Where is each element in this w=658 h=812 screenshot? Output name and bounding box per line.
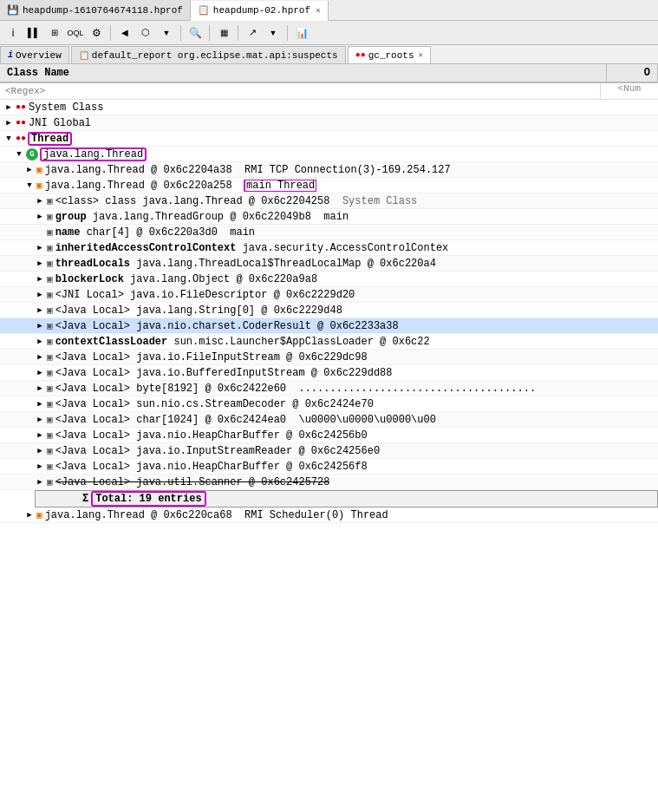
expander-jni-global[interactable]: ▶	[3, 118, 14, 128]
expander-java-local-stream[interactable]: ▶	[35, 399, 45, 409]
label-thread-rmi-scheduler: java.lang.Thread @ 0x6c220ca68 RMI Sched…	[45, 509, 388, 521]
expander-jni-local[interactable]: ▶	[35, 290, 45, 300]
tab-suspects[interactable]: 📋 default_report org.eclipse.mat.api:sus…	[71, 46, 346, 63]
btn-histogram[interactable]: ▌▌	[24, 23, 43, 43]
row-java-local-stream[interactable]: ▶ ▣ <Java Local> sun.nio.cs.StreamDecode…	[0, 396, 658, 412]
row-thread-main[interactable]: ▼ ▣ java.lang.Thread @ 0x6c220a258 main …	[0, 178, 658, 193]
row-java-local-scanner[interactable]: ▶ ▣ <Java Local> java.util.Scanner @ 0x6…	[0, 475, 658, 490]
row-java-local-buffered[interactable]: ▶ ▣ <Java Local> java.io.BufferedInputSt…	[0, 365, 658, 381]
btn-export[interactable]: ↗	[243, 23, 262, 43]
sep4	[238, 25, 238, 41]
expander-java-local-heapchar2[interactable]: ▶	[35, 462, 45, 472]
row-jni-global[interactable]: ▶ ●● JNI Global	[0, 115, 658, 131]
row-jni-local[interactable]: ▶ ▣ <JNI Local> java.io.FileDescriptor @…	[0, 287, 658, 303]
label-java-local-fileinput: <Java Local> java.io.FileInputStream @ 0…	[55, 351, 368, 363]
btn-table-view[interactable]: ▦	[214, 23, 233, 43]
filter-row: <Num	[0, 83, 658, 100]
expander-thread[interactable]: ▼	[3, 134, 14, 144]
row-java-local-coder-name: ▶ ▣ <Java Local> java.nio.charset.CoderR…	[0, 319, 607, 333]
tab-heap1[interactable]: 💾 heapdump-1610764674118.hprof	[0, 0, 191, 20]
row-contextclassloader[interactable]: ▶ ▣ contextClassLoader sun.misc.Launcher…	[0, 334, 658, 350]
row-java-local-scanner-name: ▶ ▣ <Java Local> java.util.Scanner @ 0x6…	[0, 475, 607, 489]
expander-java-local-string[interactable]: ▶	[35, 305, 45, 316]
btn-search[interactable]: 🔍	[186, 23, 205, 43]
row-java-local-fileinput[interactable]: ▶ ▣ <Java Local> java.io.FileInputStream…	[0, 350, 658, 365]
tab-gcroots-close[interactable]: ✕	[419, 50, 423, 60]
row-group-name: ▶ ▣ group java.lang.ThreadGroup @ 0x6c22…	[0, 210, 607, 224]
row-system-class[interactable]: ▶ ●● System Class	[0, 100, 658, 115]
icon-thread-rmi-scheduler: ▣	[36, 509, 42, 521]
row-class-class-name: ▶ ▣ <class> class java.lang.Thread @ 0x6…	[0, 194, 607, 208]
btn-chart[interactable]: 📊	[292, 23, 311, 43]
expander-java-local-heapchar1[interactable]: ▶	[35, 430, 45, 441]
label-thread-rmi: java.lang.Thread @ 0x6c2204a38 RMI TCP C…	[45, 164, 451, 176]
btn-dominator[interactable]: ⊞	[45, 23, 64, 43]
icon-blockerlock: ▣	[47, 273, 53, 285]
row-java-local-string[interactable]: ▶ ▣ <Java Local> java.lang.String[0] @ 0…	[0, 303, 658, 318]
row-thread-rmi[interactable]: ▶ ▣ java.lang.Thread @ 0x6c2204a38 RMI T…	[0, 162, 658, 178]
tree-table[interactable]: Class Name O <Num ▶ ●● System Class	[0, 64, 658, 812]
tab-heap2-close[interactable]: ✕	[316, 5, 321, 16]
btn-dropdown1[interactable]: ▼	[157, 23, 176, 43]
expander-java-local-fileinput[interactable]: ▶	[35, 352, 45, 363]
row-java-local-char[interactable]: ▶ ▣ <Java Local> char[1024] @ 0x6c2424ea…	[0, 412, 658, 428]
expander-java-local-inputstream[interactable]: ▶	[35, 446, 45, 456]
row-inherited[interactable]: ▶ ▣ inheritedAccessControlContext java.s…	[0, 240, 658, 256]
row-blockerlock[interactable]: ▶ ▣ blockerLock java.lang.Object @ 0x6c2…	[0, 272, 658, 287]
row-thread-rmi-scheduler[interactable]: ▶ ▣ java.lang.Thread @ 0x6c220ca68 RMI S…	[0, 508, 658, 523]
icon-contextclassloader: ▣	[47, 336, 53, 347]
row-thread[interactable]: ▼ ●● Thread	[0, 131, 658, 147]
row-java-local-coder[interactable]: ▶ ▣ <Java Local> java.nio.charset.CoderR…	[0, 318, 658, 334]
filter-class-cell	[0, 83, 601, 99]
tab-overview[interactable]: i Overview	[0, 46, 69, 63]
row-group[interactable]: ▶ ▣ group java.lang.ThreadGroup @ 0x6c22…	[0, 209, 658, 225]
expander-class-class[interactable]: ▶	[35, 196, 45, 206]
row-java-local-heapchar2[interactable]: ▶ ▣ <Java Local> java.nio.HeapCharBuffer…	[0, 459, 658, 475]
suspects-icon: 📋	[79, 50, 89, 61]
row-java-local-byte[interactable]: ▶ ▣ <Java Local> byte[8192] @ 0x6c2422e6…	[0, 381, 658, 396]
label-java-local-heapchar1: <Java Local> java.nio.HeapCharBuffer @ 0…	[55, 429, 368, 442]
expander-blockerlock[interactable]: ▶	[35, 274, 45, 285]
expander-thread-rmi-scheduler[interactable]: ▶	[24, 510, 35, 521]
expander-thread-main[interactable]: ▼	[24, 180, 35, 191]
expander-java-local-buffered[interactable]: ▶	[35, 368, 45, 378]
icon-class-class: ▣	[47, 195, 53, 206]
row-java-local-inputstream[interactable]: ▶ ▣ <Java Local> java.io.InputStreamRead…	[0, 443, 658, 459]
expander-java-local-coder[interactable]: ▶	[35, 321, 45, 331]
expander-java-local-byte[interactable]: ▶	[35, 383, 45, 394]
expander-system-class[interactable]: ▶	[3, 102, 14, 113]
expander-contextclassloader[interactable]: ▶	[35, 337, 45, 347]
label-thread: Thread	[29, 133, 71, 145]
label-jni-global: JNI Global	[29, 117, 91, 129]
expander-threadlocals[interactable]: ▶	[35, 259, 45, 269]
sep5	[287, 25, 288, 41]
toolbar: i ▌▌ ⊞ OQL ⚙ ◀ ⬡ ▼ 🔍 ▦ ↗ ▼ 📊	[0, 21, 658, 45]
row-java-local-heapchar1[interactable]: ▶ ▣ <Java Local> java.nio.HeapCharBuffer…	[0, 428, 658, 443]
label-thread-main: java.lang.Thread @ 0x6c220a258 main Thre…	[45, 180, 317, 192]
filter-class-input[interactable]	[5, 86, 595, 96]
row-java-local-byte-name: ▶ ▣ <Java Local> byte[8192] @ 0x6c2422e6…	[0, 382, 607, 396]
tab-gcroots[interactable]: ●● gc_roots ✕	[348, 46, 431, 63]
btn-oql[interactable]: OQL	[66, 23, 85, 43]
tab-heap2[interactable]: 📋 heapdump-02.hprof ✕	[191, 1, 329, 21]
expander-java-lang-thread[interactable]: ▼	[14, 149, 24, 160]
row-name[interactable]: ▣ name char[4] @ 0x6c220a3d0 main	[0, 225, 658, 240]
row-java-lang-thread[interactable]: ▼ G java.lang.Thread	[0, 147, 658, 162]
btn-info[interactable]: i	[3, 23, 23, 43]
expander-thread-rmi[interactable]: ▶	[24, 165, 35, 175]
expander-inherited[interactable]: ▶	[35, 243, 45, 253]
column-header: Class Name O	[0, 64, 658, 83]
icon-java-local-char: ▣	[47, 414, 53, 425]
expander-group[interactable]: ▶	[35, 212, 45, 222]
filter-num-cell: <Num	[601, 83, 644, 99]
btn-network[interactable]: ⬡	[136, 23, 155, 43]
row-class-class[interactable]: ▶ ▣ <class> class java.lang.Thread @ 0x6…	[0, 193, 658, 209]
btn-settings[interactable]: ⚙	[87, 23, 106, 43]
btn-back[interactable]: ◀	[115, 23, 134, 43]
expander-java-local-scanner[interactable]: ▶	[35, 477, 45, 488]
row-name-name: ▣ name char[4] @ 0x6c220a3d0 main	[0, 226, 607, 239]
row-threadlocals[interactable]: ▶ ▣ threadLocals java.lang.ThreadLocal$T…	[0, 256, 658, 272]
btn-dropdown2[interactable]: ▼	[264, 23, 283, 43]
row-inherited-name: ▶ ▣ inheritedAccessControlContext java.s…	[0, 241, 607, 255]
expander-java-local-char[interactable]: ▶	[35, 415, 45, 425]
